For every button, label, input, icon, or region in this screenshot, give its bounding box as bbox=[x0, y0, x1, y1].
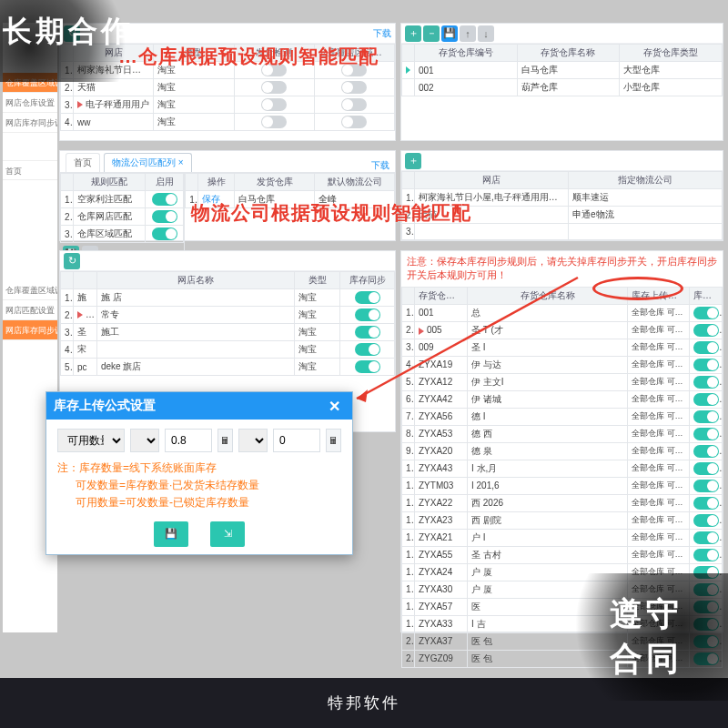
sidebar-tab[interactable]: 网店仓库设置 bbox=[3, 93, 57, 113]
table-row[interactable]: 16ZYXA24户 厦全部仓库 可用数量*0.6 bbox=[402, 563, 723, 581]
table-row[interactable]: 4宋 淘宝 bbox=[61, 341, 395, 359]
toggle[interactable] bbox=[693, 549, 719, 561]
toolbar-btn[interactable]: ↻ bbox=[64, 25, 80, 42]
quantity-select[interactable]: 可用数量 bbox=[57, 429, 125, 452]
toggle[interactable] bbox=[261, 98, 287, 111]
close-icon[interactable]: ✕ bbox=[323, 395, 345, 417]
table-row[interactable]: 001白马仓库大型仓库 bbox=[402, 62, 723, 79]
tab-home[interactable]: 首页 bbox=[66, 153, 100, 172]
save-button[interactable]: 💾 bbox=[154, 521, 188, 547]
toggle[interactable] bbox=[693, 531, 719, 544]
toolbar-btn[interactable]: ↻ bbox=[64, 253, 80, 269]
table-row[interactable]: 2仓库网店匹配 bbox=[61, 208, 184, 226]
table-row[interactable]: 18ZYXA57医全部仓库 可用数量*0.6 bbox=[402, 598, 723, 615]
table-row[interactable]: 3圣施工淘宝 bbox=[61, 324, 395, 341]
toggle[interactable] bbox=[693, 652, 719, 665]
save-button[interactable]: 💾 bbox=[441, 25, 458, 42]
toggle[interactable] bbox=[693, 445, 719, 458]
add-button[interactable]: ＋ bbox=[405, 25, 421, 42]
toggle[interactable] bbox=[693, 376, 719, 389]
calculator-icon[interactable]: 🖩 bbox=[217, 429, 233, 452]
table-row[interactable]: 1施施 店淘宝 bbox=[61, 289, 395, 307]
toggle[interactable] bbox=[693, 462, 719, 475]
toggle[interactable] bbox=[355, 343, 380, 356]
toggle[interactable] bbox=[693, 428, 719, 440]
toggle[interactable] bbox=[693, 307, 719, 319]
download-link[interactable]: 下载 bbox=[373, 27, 391, 40]
sidebar-tab[interactable]: 网店匹配设置 bbox=[3, 300, 57, 320]
toggle[interactable] bbox=[152, 193, 177, 206]
sidebar-tab[interactable]: 仓库覆盖区域设置 bbox=[3, 73, 57, 93]
toggle[interactable] bbox=[693, 359, 719, 371]
table-row[interactable]: 1空家利注匹配 bbox=[61, 191, 184, 208]
table-row[interactable]: 5pcdeke 旗店淘宝 bbox=[61, 359, 395, 376]
toggle[interactable] bbox=[693, 410, 719, 423]
col-rule: 规则匹配 bbox=[74, 174, 146, 191]
table-row[interactable]: 9ZYXA20德 泉全部仓库 可用数量*0.6 bbox=[402, 442, 723, 460]
toggle[interactable] bbox=[693, 566, 719, 579]
up-button[interactable]: ↑ bbox=[460, 25, 476, 42]
table-row[interactable]: 19ZYXA33I 吉全部仓库 可用数量*0.6 bbox=[402, 615, 723, 632]
add-button[interactable]: ＋ bbox=[405, 153, 421, 169]
table-row[interactable]: 3电子秤通用用户淘宝 bbox=[61, 96, 395, 114]
sidebar-tab[interactable]: 网店库存同步设置 bbox=[3, 113, 57, 133]
table-row[interactable]: 20ZYXA37医 包全部仓库 可用数量*0.6 bbox=[402, 632, 723, 650]
delete-button[interactable]: － bbox=[423, 25, 440, 42]
sidebar-tab[interactable]: 网店库存同步设置 bbox=[3, 320, 57, 340]
table-row[interactable]: 4ww淘宝 bbox=[61, 114, 395, 131]
table-row[interactable]: 13ZYXA23西 剧院全部仓库 可用数量*0.6 bbox=[402, 511, 723, 529]
export-button[interactable]: ⇲ bbox=[210, 521, 245, 547]
table-row[interactable]: 7ZYXA56德 I全部仓库 可用数量*0.6 bbox=[402, 408, 723, 425]
toggle[interactable] bbox=[693, 324, 719, 337]
toggle[interactable] bbox=[693, 341, 719, 354]
toggle[interactable] bbox=[261, 81, 287, 94]
toggle[interactable] bbox=[693, 393, 719, 406]
table-row[interactable]: 3009圣 I全部仓库 可用数量*0.6 bbox=[402, 339, 723, 356]
table-row[interactable]: 12ZYXA22西 2026全部仓库 可用数量*0.6 bbox=[402, 494, 723, 511]
toggle[interactable] bbox=[693, 601, 719, 613]
table-row[interactable]: 11ZYTM03I 201,6全部仓库 可用数量*0.6 bbox=[402, 477, 723, 494]
toggle[interactable] bbox=[355, 291, 380, 304]
table-row[interactable]: 6ZYXA42伊 诸城全部仓库 可用数量*0.6 bbox=[402, 390, 723, 408]
table-row[interactable]: 17ZYXA30户 厦全部仓库 可用数量*0.6 bbox=[402, 581, 723, 598]
calculator-icon[interactable]: 🖩 bbox=[326, 429, 341, 452]
toggle[interactable] bbox=[693, 480, 719, 492]
table-row[interactable]: 10ZYXA43I 水,月全部仓库 可用数量*0.6 bbox=[402, 460, 723, 477]
offset-input[interactable] bbox=[273, 429, 320, 452]
sidebar-tab[interactable]: 仓库覆盖区域设置 bbox=[3, 280, 57, 300]
table-row[interactable]: 002葫芦仓库小型仓库 bbox=[402, 79, 723, 96]
toggle[interactable] bbox=[261, 116, 287, 128]
toggle[interactable] bbox=[693, 514, 719, 527]
operator-select[interactable]: * bbox=[130, 429, 159, 452]
table-row[interactable]: 8ZYXA53德 西全部仓库 可用数量*0.6 bbox=[402, 425, 723, 442]
toggle[interactable] bbox=[355, 360, 380, 373]
table-row[interactable]: 3 bbox=[402, 224, 723, 240]
table-row[interactable]: 1001总全部仓库 可用数量*0.8 bbox=[402, 304, 723, 321]
toggle[interactable] bbox=[693, 497, 719, 510]
toggle[interactable] bbox=[693, 583, 719, 596]
toggle[interactable] bbox=[341, 98, 367, 111]
factor-input[interactable] bbox=[165, 429, 212, 452]
toggle[interactable] bbox=[355, 326, 380, 339]
table-row[interactable]: 2天猫淘宝 bbox=[61, 79, 395, 96]
operator2-select[interactable]: + bbox=[238, 429, 268, 452]
download-link[interactable]: 下载 bbox=[371, 159, 389, 172]
table-row[interactable]: 21ZYGZ09医 包全部仓库 可用数量*0.6 bbox=[402, 650, 723, 667]
table-row[interactable]: 5ZYXA12伊 主文I全部仓库 可用数量*0.6 bbox=[402, 373, 723, 390]
tab-logistics[interactable]: 物流公司匹配列 × bbox=[104, 153, 192, 172]
toggle[interactable] bbox=[693, 618, 719, 631]
toggle[interactable] bbox=[693, 635, 719, 648]
table-row[interactable]: 14ZYXA21户 I全部仓库 可用数量*0.6 bbox=[402, 529, 723, 546]
table-row[interactable]: 3仓库区域匹配 bbox=[61, 226, 184, 243]
table-row[interactable]: 15ZYXA55圣 古村全部仓库 可用数量*0.6 bbox=[402, 546, 723, 563]
toggle[interactable] bbox=[341, 81, 367, 94]
toggle[interactable] bbox=[152, 210, 177, 223]
toggle[interactable] bbox=[355, 308, 380, 321]
table-row[interactable]: 2天常专淘宝 bbox=[61, 307, 395, 324]
down-button[interactable]: ↓ bbox=[478, 25, 494, 42]
toggle[interactable] bbox=[341, 116, 367, 128]
sidebar-tab[interactable]: 首页 bbox=[3, 160, 57, 180]
table-row[interactable]: 2005圣 T (才全部仓库 可用数量*1 bbox=[402, 321, 723, 339]
table-row[interactable]: 4ZYXA19伊 与达全部仓库 可用数量*0.6 bbox=[402, 356, 723, 373]
toggle[interactable] bbox=[152, 228, 177, 240]
